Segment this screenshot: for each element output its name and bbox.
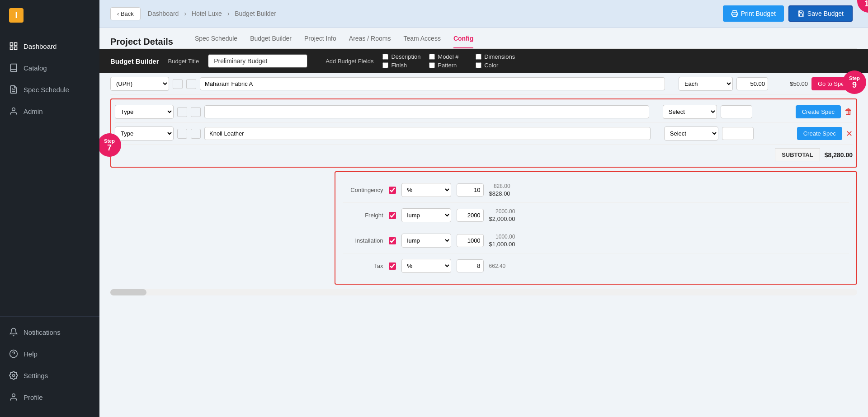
contingency-value[interactable]	[457, 183, 484, 197]
sidebar-item-dashboard[interactable]: Dashboard	[0, 35, 99, 57]
book-icon	[9, 63, 18, 72]
table-row-2: Type Select Create Spec 🗑	[115, 101, 853, 123]
tab-config[interactable]: Config	[453, 35, 473, 48]
sidebar-item-notifications[interactable]: Notifications	[0, 321, 99, 343]
header: ‹ Back Dashboard › Hotel Luxe › Budget B…	[99, 0, 868, 28]
contingency-type[interactable]: %	[401, 183, 451, 197]
freight-type[interactable]: lump	[401, 208, 451, 222]
unit-select-3[interactable]: Select	[664, 127, 718, 141]
qty-input-3[interactable]	[722, 127, 754, 140]
sidebar-item-label: Catalog	[24, 64, 47, 72]
field-color[interactable]: Color	[476, 62, 515, 69]
table-row: (UPH) Each $50.00 Go to Spec Step 9	[110, 73, 857, 95]
grid-icon	[9, 42, 18, 51]
installation-type[interactable]: lump	[401, 234, 451, 248]
fabric-input-2[interactable]	[204, 105, 649, 118]
tax-label: Tax	[343, 262, 383, 269]
logo-icon: I	[9, 8, 24, 23]
contingency-formatted: $828.00	[489, 190, 510, 197]
budget-builder-label: Budget Builder	[110, 57, 159, 65]
sidebar-item-settings[interactable]: Settings	[0, 365, 99, 386]
sidebar-item-catalog[interactable]: Catalog	[0, 57, 99, 79]
budget-header: Budget Builder Budget Title Add Budget F…	[99, 49, 868, 73]
create-spec-button-1[interactable]: Create Spec	[796, 105, 841, 118]
sidebar: I Dashboard Catalog Spec Schedule Admin …	[0, 0, 99, 417]
type-select-3[interactable]: Type	[115, 127, 174, 141]
tax-value[interactable]	[457, 259, 484, 272]
sidebar-item-spec-schedule[interactable]: Spec Schedule	[0, 79, 99, 100]
sidebar-item-admin[interactable]: Admin	[0, 100, 99, 122]
contingency-section: Step 8 Contingency % 828.00	[335, 171, 857, 285]
freight-check[interactable]	[389, 212, 396, 219]
sidebar-item-label: Dashboard	[24, 42, 57, 50]
unit-select-1[interactable]: Each	[679, 77, 733, 91]
tax-check[interactable]	[389, 262, 396, 270]
sidebar-item-help[interactable]: Help	[0, 343, 99, 365]
color-box-3	[177, 107, 187, 117]
main: ‹ Back Dashboard › Hotel Luxe › Budget B…	[99, 0, 868, 417]
installation-row: Installation lump 1000.00 $1,000.00	[343, 228, 849, 253]
scrollbar-thumb-h	[110, 289, 146, 295]
field-model[interactable]: Model #	[429, 53, 468, 60]
tax-values: 662.40	[489, 263, 506, 269]
field-dimensions[interactable]: Dimensions	[476, 53, 515, 60]
sidebar-item-label: Spec Schedule	[24, 86, 69, 94]
back-button[interactable]: ‹ Back	[110, 7, 141, 20]
freight-raw: 2000.00	[495, 208, 515, 215]
sidebar-item-label: Help	[24, 350, 38, 358]
field-checkboxes: Description Model # Dimensions Finish Pa…	[382, 53, 515, 69]
installation-label: Installation	[343, 237, 383, 244]
svg-point-4	[12, 108, 15, 111]
tab-project-info[interactable]: Project Info	[304, 35, 336, 48]
contingency-check[interactable]	[389, 187, 396, 194]
field-pattern[interactable]: Pattern	[429, 62, 468, 69]
save-budget-button[interactable]: Save Budget	[788, 5, 853, 22]
color-box-1	[173, 79, 183, 89]
horizontal-scrollbar[interactable]	[110, 289, 857, 295]
field-description[interactable]: Description	[382, 53, 422, 60]
breadcrumb-sep1: ›	[184, 10, 188, 17]
table-area: (UPH) Each $50.00 Go to Spec Step 9	[99, 73, 868, 285]
step-10-num: 10	[864, 0, 868, 8]
field-finish[interactable]: Finish	[382, 62, 422, 69]
type-select-1[interactable]: (UPH)	[110, 77, 169, 91]
content-area: Project Details Spec Schedule Budget Bui…	[99, 28, 868, 417]
tax-type[interactable]: %	[401, 259, 451, 273]
breadcrumb-dashboard: Dashboard	[148, 10, 179, 17]
print-budget-button[interactable]: Print Budget	[723, 5, 784, 22]
breadcrumb-budget: Budget Builder	[235, 10, 276, 17]
freight-value[interactable]	[457, 209, 484, 222]
file-text-icon	[9, 85, 18, 94]
svg-point-6	[13, 375, 15, 377]
freight-values: 2000.00 $2,000.00	[489, 208, 515, 222]
installation-check[interactable]	[389, 237, 396, 244]
tab-budget-builder[interactable]: Budget Builder	[250, 35, 292, 48]
qty-input-2[interactable]	[721, 105, 752, 118]
print-icon	[731, 10, 738, 17]
step-10-badge: Step 10	[857, 0, 868, 13]
save-label: Save Budget	[807, 10, 844, 17]
installation-value[interactable]	[457, 234, 484, 247]
type-select-2[interactable]: Type	[115, 105, 174, 119]
create-spec-button-2[interactable]: Create Spec	[797, 127, 842, 140]
subtotal-row: SUBTOTAL $8,280.00	[115, 145, 853, 165]
freight-label: Freight	[343, 212, 383, 219]
sidebar-nav: Dashboard Catalog Spec Schedule Admin	[0, 31, 99, 316]
budget-title-input[interactable]	[208, 54, 307, 68]
project-title: Project Details	[110, 37, 173, 47]
unit-select-2[interactable]: Select	[663, 105, 717, 119]
tab-team-access[interactable]: Team Access	[403, 35, 440, 48]
sidebar-item-label: Notifications	[24, 328, 61, 336]
qty-input-1[interactable]	[736, 77, 768, 90]
tax-raw: 662.40	[489, 263, 506, 269]
sidebar-item-profile[interactable]: Profile	[0, 386, 99, 408]
fabric-input-3[interactable]	[204, 127, 651, 140]
delete-button-1[interactable]: 🗑	[844, 107, 853, 117]
add-button[interactable]: ✕	[846, 129, 853, 139]
contingency-values: 828.00 $828.00	[489, 183, 510, 197]
tab-areas-rooms[interactable]: Areas / Rooms	[349, 35, 391, 48]
fabric-input-1[interactable]	[200, 77, 665, 90]
project-tabs: Project Details Spec Schedule Budget Bui…	[110, 35, 857, 49]
tab-spec-schedule[interactable]: Spec Schedule	[195, 35, 237, 48]
go-to-spec-button[interactable]: Go to Spec	[811, 77, 854, 90]
